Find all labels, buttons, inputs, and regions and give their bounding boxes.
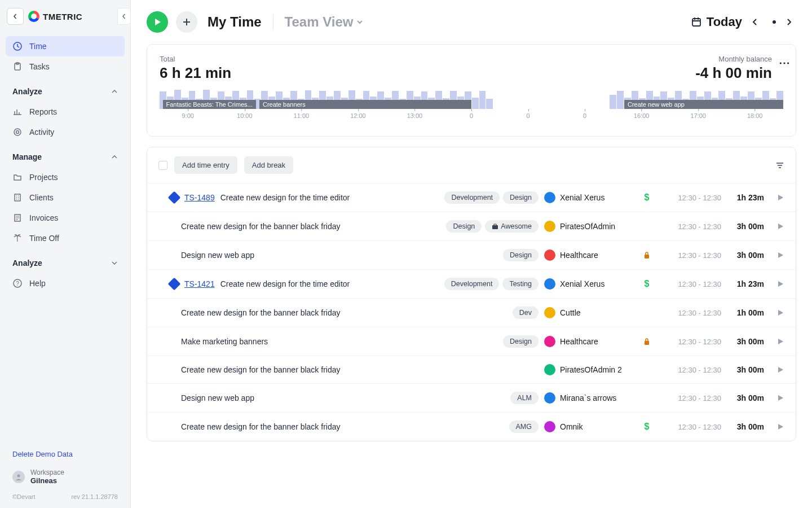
tags: Design xyxy=(503,249,539,261)
axis-tick: 12:00 xyxy=(350,112,366,119)
project[interactable]: Xenial Xerus xyxy=(544,278,634,290)
sidebar-item-timeoff[interactable]: Time Off xyxy=(6,228,125,248)
project[interactable]: Xenial Xerus xyxy=(544,192,634,203)
project[interactable]: Cuttle xyxy=(544,307,634,318)
chevron-down-icon xyxy=(356,20,363,24)
billable-icon: $ xyxy=(645,192,650,203)
project[interactable]: PiratesOfAdmin xyxy=(544,221,634,232)
sort-button[interactable] xyxy=(775,161,784,169)
tag[interactable]: Testing xyxy=(502,278,539,290)
workspace-selector[interactable]: Workspace Gilneas xyxy=(12,465,118,489)
project-color-icon xyxy=(544,364,555,375)
project[interactable]: PiratesOfAdmin 2 xyxy=(544,364,634,375)
back-button[interactable] xyxy=(7,8,24,25)
time-range[interactable]: 12:30 - 12:30 xyxy=(659,394,721,402)
tab-team-view[interactable]: Team View xyxy=(285,14,364,30)
tab-my-time[interactable]: My Time xyxy=(208,14,262,30)
building-icon xyxy=(12,192,23,203)
entry-row[interactable]: Create new design for the banner black f… xyxy=(147,413,796,441)
tag[interactable]: Design xyxy=(503,249,539,261)
billable-icon: $ xyxy=(645,422,650,432)
task-id-link[interactable]: TS-1421 xyxy=(184,279,215,288)
collapse-sidebar-button[interactable] xyxy=(117,8,131,25)
sidebar-item-invoices[interactable]: Invoices xyxy=(6,208,125,228)
logo[interactable]: TMETRIC xyxy=(28,11,82,22)
resume-button[interactable] xyxy=(776,309,784,317)
entry-row[interactable]: TS-1421Create new design for the time ed… xyxy=(147,270,796,299)
entry-row[interactable]: Create new design for the banner black f… xyxy=(147,212,796,241)
add-break-button[interactable]: Add break xyxy=(244,156,293,174)
tag[interactable]: AMG xyxy=(509,421,539,433)
tag[interactable]: Design xyxy=(503,191,539,204)
axis-tick: 10:00 xyxy=(237,112,253,119)
entry-row[interactable]: Design new web appALMMirana`s arrows12:3… xyxy=(147,384,796,413)
task-title: Create new design for the banner black f… xyxy=(181,222,341,231)
project[interactable]: Healthcare xyxy=(544,336,634,347)
tag[interactable]: Development xyxy=(444,278,500,290)
time-range[interactable]: 12:30 - 12:30 xyxy=(659,423,721,431)
timeline-segment-label[interactable]: Create banners xyxy=(259,100,471,109)
next-day-button[interactable] xyxy=(786,18,796,26)
time-range[interactable]: 12:30 - 12:30 xyxy=(659,309,721,317)
section-manage[interactable]: Manage xyxy=(0,146,130,164)
section-label: Analyze xyxy=(12,259,42,268)
section-analyze[interactable]: Analyze xyxy=(0,80,130,98)
resume-button[interactable] xyxy=(776,194,784,202)
summary-card: ⋯ Total 6 h 21 min Monthly balance -4 h … xyxy=(147,44,796,137)
tag[interactable]: Dev xyxy=(513,306,539,319)
tag[interactable]: ALM xyxy=(510,392,539,404)
resume-button[interactable] xyxy=(776,251,784,259)
add-button[interactable] xyxy=(176,11,197,33)
tag[interactable]: Awesome xyxy=(485,220,539,233)
project[interactable]: Healthcare xyxy=(544,249,634,261)
resume-button[interactable] xyxy=(776,366,784,374)
timeline-segment-label[interactable]: Create new web app xyxy=(624,100,783,109)
workspace-label: Workspace xyxy=(30,468,64,476)
sidebar-item-activity[interactable]: Activity xyxy=(6,122,125,142)
resume-button[interactable] xyxy=(776,280,784,288)
add-time-entry-button[interactable]: Add time entry xyxy=(174,156,237,174)
svg-point-4 xyxy=(16,131,19,134)
time-range[interactable]: 12:30 - 12:30 xyxy=(659,366,721,374)
project[interactable]: Mirana`s arrows xyxy=(544,392,634,404)
project-name: Xenial Xerus xyxy=(560,193,604,202)
current-day-dot[interactable] xyxy=(773,20,776,24)
entry-row[interactable]: Design new web appDesignHealthcare12:30 … xyxy=(147,241,796,270)
time-range[interactable]: 12:30 - 12:30 xyxy=(659,338,721,346)
more-menu-button[interactable]: ⋯ xyxy=(779,56,791,69)
timeline-segment-label[interactable]: Fantastic Beasts: The Crimes... xyxy=(163,100,257,109)
sidebar-item-projects[interactable]: Projects xyxy=(6,167,125,187)
tag[interactable]: Design xyxy=(503,335,539,348)
project-color-icon xyxy=(544,392,555,404)
sidebar-item-clients[interactable]: Clients xyxy=(6,187,125,208)
time-range[interactable]: 12:30 - 12:30 xyxy=(659,222,721,231)
section-analyze-2[interactable]: Analyze xyxy=(0,252,130,270)
resume-button[interactable] xyxy=(776,423,784,431)
project[interactable]: Omnik xyxy=(544,421,634,432)
resume-button[interactable] xyxy=(776,222,784,230)
time-range[interactable]: 12:30 - 12:30 xyxy=(659,194,721,202)
task-id-link[interactable]: TS-1489 xyxy=(184,193,215,202)
entry-row[interactable]: TS-1489Create new design for the time ed… xyxy=(147,183,796,212)
sidebar-item-time[interactable]: Time xyxy=(6,36,125,56)
tag[interactable]: Development xyxy=(444,191,500,204)
entry-row[interactable]: Create new design for the banner black f… xyxy=(147,299,796,327)
start-timer-button[interactable] xyxy=(147,11,168,33)
entry-row[interactable]: Make marketing bannersDesignHealthcare12… xyxy=(147,327,796,356)
tag[interactable]: Design xyxy=(446,220,482,233)
time-range[interactable]: 12:30 - 12:30 xyxy=(659,251,721,260)
timeline[interactable]: Fantastic Beasts: The Crimes...Create ba… xyxy=(160,89,783,128)
delete-demo-link[interactable]: Delete Demo Data xyxy=(12,450,118,465)
time-range[interactable]: 12:30 - 12:30 xyxy=(659,280,721,288)
task-title: Design new web app xyxy=(181,393,254,402)
select-all-checkbox[interactable] xyxy=(158,161,167,170)
sidebar-item-reports[interactable]: Reports xyxy=(6,102,125,122)
prev-day-button[interactable] xyxy=(752,18,762,26)
entry-row[interactable]: Create new design for the banner black f… xyxy=(147,356,796,384)
resume-button[interactable] xyxy=(776,394,784,402)
resume-button[interactable] xyxy=(776,338,784,345)
today-button[interactable]: Today xyxy=(691,15,742,29)
svg-rect-5 xyxy=(15,194,20,201)
sidebar-item-help[interactable]: ? Help xyxy=(6,273,125,294)
sidebar-item-tasks[interactable]: Tasks xyxy=(6,56,125,77)
